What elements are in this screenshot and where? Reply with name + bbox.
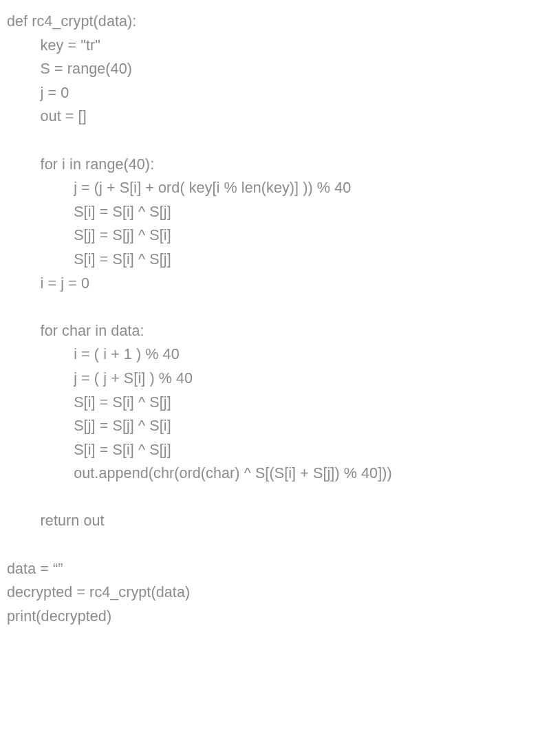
code-line: j = ( j + S[i] ) % 40: [7, 370, 193, 387]
code-snippet: def rc4_crypt(data): key = "tr" S = rang…: [0, 0, 560, 635]
code-line: out = []: [7, 108, 87, 125]
code-line: def rc4_crypt(data):: [7, 13, 136, 30]
code-line: i = ( i + 1 ) % 40: [7, 346, 180, 362]
code-line: decrypted = rc4_crypt(data): [7, 584, 190, 600]
code-line: return out: [7, 512, 105, 529]
code-line: S[j] = S[j] ^ S[i]: [7, 418, 171, 434]
code-line: S[j] = S[j] ^ S[i]: [7, 227, 171, 243]
code-line: S[i] = S[i] ^ S[j]: [7, 251, 171, 268]
code-line: print(decrypted): [7, 608, 111, 625]
code-line: for i in range(40):: [7, 156, 154, 173]
code-line: i = j = 0: [7, 275, 89, 292]
code-line: j = 0: [7, 85, 69, 101]
code-line: for char in data:: [7, 323, 144, 339]
code-line: j = (j + S[i] + ord( key[i % len(key)] )…: [7, 180, 351, 196]
code-line: S = range(40): [7, 61, 132, 77]
code-line: out.append(chr(ord(char) ^ S[(S[i] + S[j…: [7, 465, 392, 481]
code-line: S[i] = S[i] ^ S[j]: [7, 394, 171, 411]
code-line: S[i] = S[i] ^ S[j]: [7, 204, 171, 220]
code-line: key = "tr": [7, 37, 100, 54]
code-line: data = “”: [7, 561, 63, 577]
code-line: S[i] = S[i] ^ S[j]: [7, 442, 171, 458]
